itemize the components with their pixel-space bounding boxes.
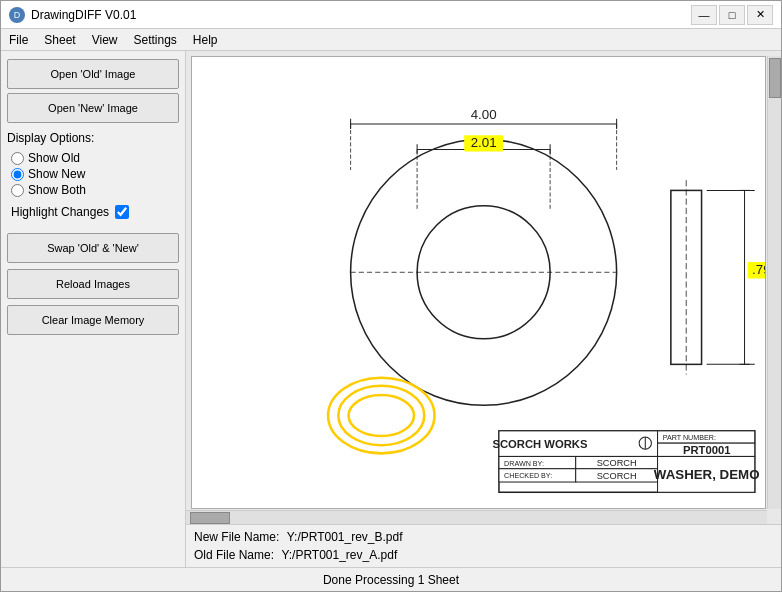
horizontal-scrollbar[interactable]: [186, 510, 767, 524]
menu-file[interactable]: File: [1, 31, 36, 48]
minimize-button[interactable]: —: [691, 5, 717, 25]
status-bar: Done Processing 1 Sheet: [1, 567, 781, 591]
menu-help[interactable]: Help: [185, 31, 226, 48]
radio-show-both-input[interactable]: [11, 184, 24, 197]
highlight-row: Highlight Changes: [7, 205, 179, 219]
title-bar: D DrawingDIFF V0.01 — □ ✕: [1, 1, 781, 29]
svg-point-25: [328, 378, 434, 454]
main-window: D DrawingDIFF V0.01 — □ ✕ File Sheet Vie…: [0, 0, 782, 592]
radio-show-old-input[interactable]: [11, 152, 24, 165]
open-new-button[interactable]: Open 'New' Image: [7, 93, 179, 123]
sidebar: Open 'Old' Image Open 'New' Image Displa…: [1, 51, 186, 567]
app-icon: D: [9, 7, 25, 23]
svg-text:SCORCH: SCORCH: [597, 471, 637, 481]
svg-text:PART NUMBER:: PART NUMBER:: [663, 434, 716, 442]
radio-show-new-input[interactable]: [11, 168, 24, 181]
close-button[interactable]: ✕: [747, 5, 773, 25]
svg-text:CHECKED BY:: CHECKED BY:: [504, 472, 552, 480]
radio-show-both-label: Show Both: [28, 183, 86, 197]
menu-sheet[interactable]: Sheet: [36, 31, 83, 48]
radio-show-new[interactable]: Show New: [11, 167, 179, 181]
new-file-value: Y:/PRT001_rev_B.pdf: [287, 530, 403, 544]
radio-show-old[interactable]: Show Old: [11, 151, 179, 165]
vertical-scrollbar[interactable]: [767, 56, 781, 509]
radio-show-new-label: Show New: [28, 167, 85, 181]
menu-settings[interactable]: Settings: [126, 31, 185, 48]
drawing-viewport: 4.00 2.01: [186, 51, 781, 524]
svg-text:DRAWN BY:: DRAWN BY:: [504, 460, 544, 468]
menu-view[interactable]: View: [84, 31, 126, 48]
clear-button[interactable]: Clear Image Memory: [7, 305, 179, 335]
file-info: New File Name: Y:/PRT001_rev_B.pdf Old F…: [186, 524, 781, 567]
svg-text:4.00: 4.00: [471, 107, 497, 122]
radio-group: Show Old Show New Show Both: [7, 151, 179, 197]
svg-text:2.01: 2.01: [471, 135, 497, 150]
svg-text:SCORCH WORKS: SCORCH WORKS: [492, 438, 587, 450]
reload-button[interactable]: Reload Images: [7, 269, 179, 299]
radio-show-both[interactable]: Show Both: [11, 183, 179, 197]
sidebar-bottom-buttons: Swap 'Old' & 'New' Reload Images Clear I…: [7, 233, 179, 335]
content-area: 4.00 2.01: [186, 51, 781, 567]
svg-text:.799: .799: [752, 262, 765, 277]
highlight-changes-checkbox[interactable]: [115, 205, 129, 219]
svg-text:PRT0001: PRT0001: [683, 444, 731, 456]
svg-point-27: [349, 395, 414, 436]
drawing-canvas: 4.00 2.01: [191, 56, 766, 509]
menu-bar: File Sheet View Settings Help: [1, 29, 781, 51]
svg-text:WASHER, DEMO: WASHER, DEMO: [654, 467, 760, 482]
old-file-value: Y:/PRT001_rev_A.pdf: [281, 548, 397, 562]
drawing-svg: 4.00 2.01: [192, 57, 765, 508]
svg-text:SCORCH: SCORCH: [597, 458, 637, 468]
status-text: Done Processing 1 Sheet: [323, 573, 459, 587]
swap-button[interactable]: Swap 'Old' & 'New': [7, 233, 179, 263]
radio-show-old-label: Show Old: [28, 151, 80, 165]
old-file-label: Old File Name:: [194, 548, 274, 562]
open-old-button[interactable]: Open 'Old' Image: [7, 59, 179, 89]
main-area: Open 'Old' Image Open 'New' Image Displa…: [1, 51, 781, 567]
maximize-button[interactable]: □: [719, 5, 745, 25]
window-title: DrawingDIFF V0.01: [31, 8, 136, 22]
display-options-label: Display Options:: [7, 131, 179, 145]
highlight-changes-label: Highlight Changes: [11, 205, 109, 219]
new-file-label: New File Name:: [194, 530, 279, 544]
